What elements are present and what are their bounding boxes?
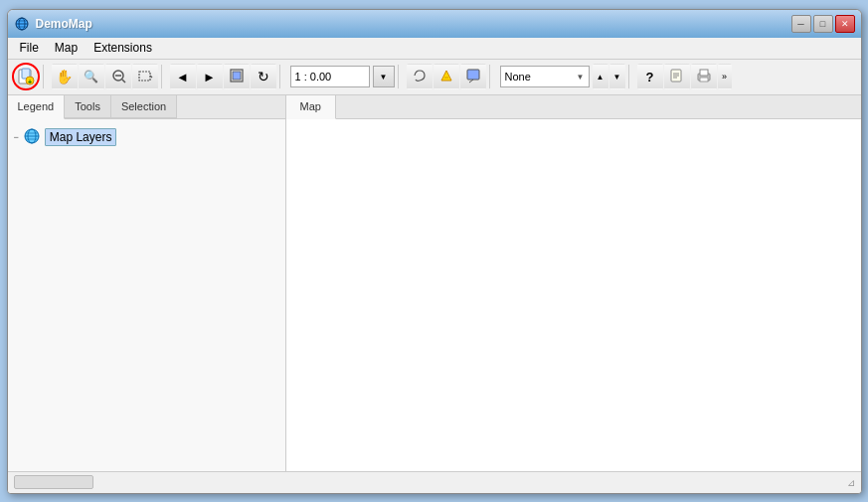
- map-layers-label: Map Layers: [45, 128, 117, 146]
- select-rect-button[interactable]: [132, 64, 158, 89]
- sep-5: [489, 65, 495, 88]
- hand-icon: ✋: [56, 69, 73, 84]
- dropdown-arrow-icon: ▼: [380, 73, 388, 82]
- none-label: None: [505, 71, 531, 83]
- close-button[interactable]: ✕: [835, 15, 855, 33]
- layer-expand-icon[interactable]: −: [14, 132, 19, 142]
- main-window: DemoMap ─ □ ✕ File Map Extensions + ✋: [7, 9, 862, 494]
- extra-dropdown-icon: »: [722, 72, 727, 82]
- sep-2: [161, 65, 167, 88]
- svg-rect-12: [139, 72, 150, 81]
- scale-dropdown-btn[interactable]: ▼: [373, 66, 395, 87]
- zoom-out-button[interactable]: [105, 64, 131, 89]
- print-icon: [696, 68, 712, 86]
- svg-rect-26: [700, 78, 708, 82]
- full-extent-button[interactable]: [224, 64, 250, 89]
- help-icon: ?: [646, 70, 654, 84]
- right-panel: Map: [286, 95, 861, 471]
- dd-up-icon: ▲: [597, 73, 605, 82]
- find-button[interactable]: [664, 64, 690, 89]
- dd-down-btn[interactable]: ▼: [609, 64, 625, 89]
- new-map-button[interactable]: +: [12, 63, 40, 90]
- back-icon: ◄: [176, 70, 189, 84]
- menu-file[interactable]: File: [12, 39, 47, 57]
- status-bar: ⊿: [8, 471, 861, 493]
- select-rect-icon: [137, 68, 153, 86]
- layer-type-icon: [23, 127, 41, 148]
- full-extent-icon: [229, 68, 245, 86]
- window-title: DemoMap: [36, 17, 791, 31]
- zoom-in-icon: 🔍: [84, 70, 98, 84]
- map-layers-item: − Map Layers: [14, 125, 279, 150]
- title-bar: DemoMap ─ □ ✕: [8, 10, 861, 38]
- lasso-icon: [412, 68, 428, 86]
- help-button[interactable]: ?: [637, 64, 663, 89]
- back-button[interactable]: ◄: [170, 64, 196, 89]
- find-icon: [669, 68, 685, 86]
- dd-down-icon: ▼: [613, 73, 621, 82]
- print-button[interactable]: [691, 64, 717, 89]
- map-tips-icon: [465, 68, 481, 86]
- svg-rect-18: [467, 70, 479, 80]
- zoom-in-button[interactable]: 🔍: [79, 64, 104, 89]
- maximize-button[interactable]: □: [813, 15, 833, 33]
- svg-rect-15: [233, 72, 241, 80]
- left-panel: Legend Tools Selection −: [8, 95, 286, 471]
- tab-legend[interactable]: Legend: [8, 95, 66, 119]
- none-dropdown[interactable]: None ▼: [500, 66, 590, 87]
- legend-panel: − Map Layers: [8, 119, 285, 471]
- sep-4: [398, 65, 404, 88]
- resize-icon: ⊿: [847, 477, 855, 488]
- app-icon: [14, 16, 30, 32]
- svg-line-11: [122, 80, 125, 83]
- menu-extensions[interactable]: Extensions: [86, 39, 160, 57]
- svg-marker-16: [441, 71, 451, 81]
- sep-3: [279, 65, 285, 88]
- menu-map[interactable]: Map: [47, 39, 86, 57]
- forward-icon: ►: [203, 70, 216, 84]
- pan-button[interactable]: ✋: [52, 64, 78, 89]
- none-dropdown-arrow-icon: ▼: [577, 73, 585, 82]
- forward-button[interactable]: ►: [197, 64, 223, 89]
- dropdown-extra-btn[interactable]: »: [718, 64, 732, 89]
- tab-selection[interactable]: Selection: [111, 95, 177, 118]
- toolbar: + ✋ 🔍 ◄ ►: [8, 60, 861, 95]
- menu-bar: File Map Extensions: [8, 38, 861, 60]
- sep-1: [43, 65, 49, 88]
- measure-button[interactable]: [434, 64, 459, 89]
- minimize-button[interactable]: ─: [791, 15, 811, 33]
- zoom-out-icon: [110, 68, 126, 85]
- map-tips-button[interactable]: [460, 64, 486, 89]
- map-canvas[interactable]: [286, 119, 861, 471]
- tab-map[interactable]: Map: [286, 95, 336, 119]
- identify-button[interactable]: ↻: [251, 64, 276, 89]
- scale-input[interactable]: [290, 66, 370, 87]
- main-content: Legend Tools Selection −: [8, 95, 861, 471]
- measure-icon: [438, 68, 454, 86]
- identify-icon: ↻: [258, 69, 269, 84]
- svg-rect-25: [700, 70, 708, 76]
- tab-tools[interactable]: Tools: [65, 95, 111, 118]
- dd-arrow-btn[interactable]: ▲: [593, 64, 608, 89]
- select-lasso-button[interactable]: [407, 64, 433, 89]
- progress-bar: [14, 475, 93, 489]
- svg-text:+: +: [27, 79, 31, 85]
- left-tab-bar: Legend Tools Selection: [8, 95, 285, 119]
- window-controls: ─ □ ✕: [791, 15, 855, 33]
- map-tab-bar: Map: [286, 95, 861, 119]
- sep-6: [628, 65, 634, 88]
